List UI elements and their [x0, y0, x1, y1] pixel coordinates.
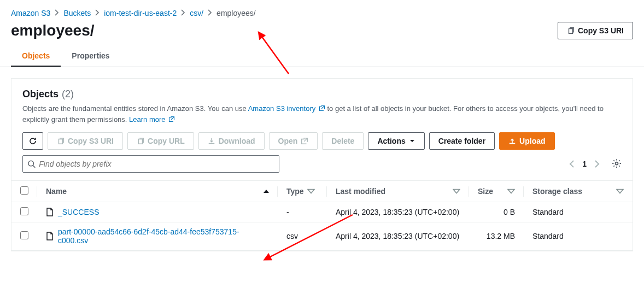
upload-icon — [508, 137, 516, 145]
panel-title: Objects (2) — [22, 89, 622, 100]
prev-page-button[interactable] — [569, 160, 575, 168]
page-title: employees/ — [11, 22, 95, 39]
btn-label: Download — [219, 137, 255, 145]
cell-size: 13.2 MB — [469, 222, 524, 250]
filter-caret-icon — [616, 187, 624, 195]
btn-label: Copy S3 URI — [68, 137, 114, 145]
btn-label: Open — [278, 137, 298, 145]
column-type-label: Type — [286, 187, 304, 196]
column-storage-class[interactable]: Storage class — [524, 181, 633, 202]
search-input[interactable] — [39, 160, 274, 168]
desc-text: Objects are the fundamental entities sto… — [22, 104, 248, 113]
inventory-link-label: Amazon S3 inventory — [248, 104, 316, 113]
file-link[interactable]: _SUCCESS — [58, 208, 99, 216]
cell-last-modified: April 4, 2023, 18:35:23 (UTC+02:00) — [327, 202, 469, 222]
upload-button[interactable]: Upload — [499, 132, 554, 150]
learn-more-link[interactable]: Learn more — [129, 115, 175, 124]
download-button[interactable]: Download — [198, 132, 265, 150]
btn-label: Create folder — [438, 137, 485, 145]
file-icon — [46, 208, 54, 216]
actions-button[interactable]: Actions — [368, 132, 424, 150]
cell-storage-class: Standard — [524, 202, 633, 222]
copy-s3-uri-button[interactable]: Copy S3 URI — [558, 22, 633, 39]
btn-label: Upload — [519, 137, 545, 145]
column-select-all — [11, 181, 37, 202]
tab-objects[interactable]: Objects — [11, 46, 61, 67]
caret-down-icon — [409, 138, 415, 144]
breadcrumb-link-bucket[interactable]: iom-test-dir-us-east-2 — [104, 9, 177, 17]
external-link-icon — [319, 105, 325, 111]
refresh-button[interactable] — [22, 132, 43, 150]
breadcrumb-link-buckets[interactable]: Buckets — [63, 9, 91, 17]
row-checkbox[interactable] — [20, 207, 28, 215]
pager: 1 — [569, 158, 622, 170]
learn-more-label: Learn more — [129, 115, 165, 124]
cell-type: csv — [278, 222, 327, 250]
column-size-label: Size — [478, 187, 493, 196]
gear-icon — [612, 158, 622, 168]
row-checkbox[interactable] — [20, 231, 28, 239]
copy-icon — [567, 27, 575, 34]
chevron-right-icon — [594, 160, 600, 168]
open-button[interactable]: Open — [269, 132, 318, 150]
next-page-button[interactable] — [594, 160, 600, 168]
column-storage-class-label: Storage class — [532, 187, 582, 196]
chevron-left-icon — [569, 160, 575, 168]
column-last-modified[interactable]: Last modified — [327, 181, 469, 202]
column-size[interactable]: Size — [469, 181, 524, 202]
file-link[interactable]: part-00000-aad54c66-6d2f-45cb-ad44-fee53… — [58, 227, 269, 245]
download-icon — [208, 137, 215, 145]
btn-label: Copy URL — [148, 137, 185, 145]
breadcrumb-separator — [181, 9, 185, 17]
objects-count: (2) — [62, 89, 74, 100]
breadcrumb-separator — [208, 9, 212, 17]
cell-type: - — [278, 202, 327, 222]
table-row: part-00000-aad54c66-6d2f-45cb-ad44-fee53… — [11, 222, 633, 250]
column-type[interactable]: Type — [278, 181, 327, 202]
inventory-link[interactable]: Amazon S3 inventory — [248, 104, 327, 113]
copy-s3-uri-label: Copy S3 URI — [578, 26, 624, 35]
breadcrumb-link-csv[interactable]: csv/ — [190, 9, 203, 17]
panel-title-text: Objects — [22, 89, 58, 100]
tab-properties[interactable]: Properties — [61, 46, 120, 67]
column-name[interactable]: Name — [37, 181, 278, 202]
copy-icon — [57, 137, 65, 145]
btn-label: Delete — [331, 137, 354, 145]
copy-s3-uri-button-toolbar[interactable]: Copy S3 URI — [48, 132, 123, 150]
filter-caret-icon — [453, 187, 460, 195]
objects-panel: Objects (2) Objects are the fundamental … — [11, 78, 633, 251]
search-box[interactable] — [22, 155, 279, 173]
tabs: Objects Properties — [0, 46, 644, 67]
chevron-right-icon — [208, 9, 212, 16]
objects-toolbar: Copy S3 URI Copy URL Download Open Delet… — [22, 132, 622, 150]
cell-size: 0 B — [469, 202, 524, 222]
column-last-modified-label: Last modified — [336, 187, 385, 196]
panel-description: Objects are the fundamental entities sto… — [22, 103, 622, 125]
sort-asc-icon — [264, 190, 269, 193]
btn-label: Actions — [377, 137, 405, 145]
objects-table: Name Type Last modified — [11, 180, 633, 250]
cell-storage-class: Standard — [524, 222, 633, 250]
select-all-checkbox[interactable] — [20, 186, 28, 195]
delete-button[interactable]: Delete — [322, 132, 364, 150]
breadcrumb-link-s3[interactable]: Amazon S3 — [11, 9, 50, 17]
filter-caret-icon — [307, 187, 315, 195]
refresh-icon — [28, 137, 37, 145]
page-number: 1 — [582, 160, 587, 168]
settings-button[interactable] — [612, 158, 622, 170]
external-link-icon — [168, 116, 175, 122]
external-link-icon — [301, 137, 308, 145]
create-folder-button[interactable]: Create folder — [429, 132, 495, 150]
file-icon — [46, 232, 54, 240]
breadcrumb: Amazon S3 Buckets iom-test-dir-us-east-2… — [0, 0, 644, 17]
svg-point-1 — [616, 162, 618, 164]
search-row: 1 — [22, 155, 622, 180]
copy-url-button[interactable]: Copy URL — [127, 132, 194, 150]
column-name-label: Name — [46, 187, 67, 196]
cell-last-modified: April 4, 2023, 18:35:23 (UTC+02:00) — [327, 222, 469, 250]
table-row: _SUCCESS - April 4, 2023, 18:35:23 (UTC+… — [11, 202, 633, 222]
breadcrumb-separator — [55, 9, 59, 17]
file-cell: part-00000-aad54c66-6d2f-45cb-ad44-fee53… — [46, 227, 269, 245]
chevron-right-icon — [55, 9, 59, 16]
breadcrumb-current: employees/ — [216, 9, 256, 17]
